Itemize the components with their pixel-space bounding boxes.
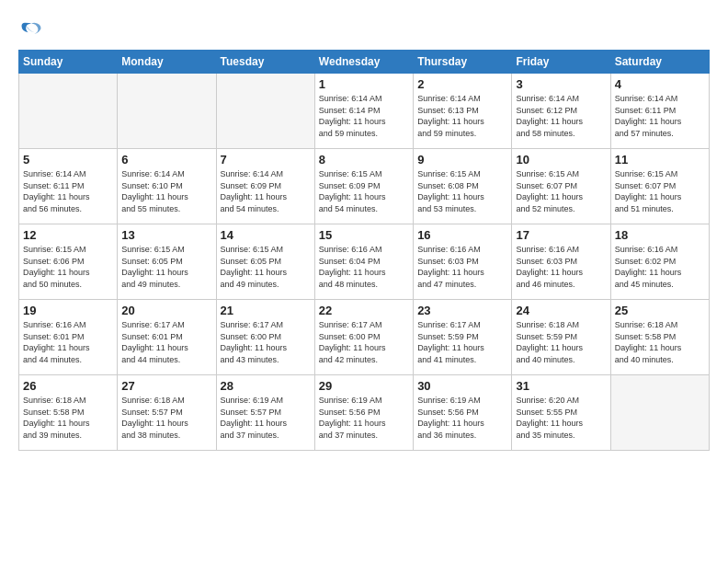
day-info: Sunrise: 6:15 AM Sunset: 6:06 PM Dayligh… [23, 244, 113, 290]
header [18, 15, 710, 40]
calendar-cell [610, 375, 709, 451]
day-number: 27 [121, 379, 211, 393]
day-info: Sunrise: 6:16 AM Sunset: 6:03 PM Dayligh… [516, 244, 606, 290]
calendar-cell: 14Sunrise: 6:15 AM Sunset: 6:05 PM Dayli… [216, 224, 314, 300]
day-info: Sunrise: 6:17 AM Sunset: 6:00 PM Dayligh… [221, 319, 311, 365]
day-number: 6 [121, 153, 211, 167]
day-number: 15 [319, 228, 409, 242]
calendar-cell: 12Sunrise: 6:15 AM Sunset: 6:06 PM Dayli… [19, 224, 118, 300]
day-number: 24 [516, 304, 606, 317]
day-number: 26 [23, 379, 113, 393]
day-info: Sunrise: 6:19 AM Sunset: 5:57 PM Dayligh… [221, 395, 311, 441]
day-info: Sunrise: 6:18 AM Sunset: 5:58 PM Dayligh… [23, 395, 113, 441]
calendar-cell: 23Sunrise: 6:17 AM Sunset: 5:59 PM Dayli… [414, 300, 512, 375]
day-number: 12 [23, 228, 113, 242]
day-info: Sunrise: 6:14 AM Sunset: 6:12 PM Dayligh… [516, 93, 606, 139]
day-number: 21 [221, 304, 311, 317]
calendar-cell: 8Sunrise: 6:15 AM Sunset: 6:09 PM Daylig… [314, 149, 413, 224]
day-info: Sunrise: 6:15 AM Sunset: 6:07 PM Dayligh… [516, 168, 606, 214]
calendar-cell: 16Sunrise: 6:16 AM Sunset: 6:03 PM Dayli… [414, 224, 512, 300]
day-number: 31 [516, 379, 606, 393]
calendar-cell: 17Sunrise: 6:16 AM Sunset: 6:03 PM Dayli… [512, 224, 610, 300]
day-info: Sunrise: 6:15 AM Sunset: 6:05 PM Dayligh… [221, 244, 311, 290]
calendar-cell: 3Sunrise: 6:14 AM Sunset: 6:12 PM Daylig… [512, 74, 610, 149]
day-number: 22 [319, 304, 409, 317]
logo-icon [18, 15, 44, 40]
day-number: 30 [417, 379, 507, 393]
calendar-cell: 13Sunrise: 6:15 AM Sunset: 6:05 PM Dayli… [118, 224, 216, 300]
day-info: Sunrise: 6:18 AM Sunset: 5:59 PM Dayligh… [516, 319, 606, 365]
calendar-header-monday: Monday [118, 51, 216, 74]
calendar-cell [118, 74, 216, 149]
calendar-cell: 24Sunrise: 6:18 AM Sunset: 5:59 PM Dayli… [512, 300, 610, 375]
calendar-cell: 22Sunrise: 6:17 AM Sunset: 6:00 PM Dayli… [314, 300, 413, 375]
calendar-week-4: 19Sunrise: 6:16 AM Sunset: 6:01 PM Dayli… [19, 300, 710, 375]
day-info: Sunrise: 6:16 AM Sunset: 6:03 PM Dayligh… [417, 244, 507, 290]
day-number: 18 [615, 228, 705, 242]
calendar-week-5: 26Sunrise: 6:18 AM Sunset: 5:58 PM Dayli… [19, 375, 710, 451]
day-info: Sunrise: 6:19 AM Sunset: 5:56 PM Dayligh… [417, 395, 507, 441]
calendar-header-friday: Friday [512, 51, 610, 74]
day-info: Sunrise: 6:14 AM Sunset: 6:11 PM Dayligh… [23, 168, 113, 214]
day-number: 20 [121, 304, 211, 317]
calendar-header-tuesday: Tuesday [216, 51, 314, 74]
day-number: 11 [615, 153, 705, 167]
day-info: Sunrise: 6:16 AM Sunset: 6:02 PM Dayligh… [615, 244, 705, 290]
calendar-cell: 30Sunrise: 6:19 AM Sunset: 5:56 PM Dayli… [414, 375, 512, 451]
day-info: Sunrise: 6:16 AM Sunset: 6:04 PM Dayligh… [319, 244, 409, 290]
day-info: Sunrise: 6:19 AM Sunset: 5:56 PM Dayligh… [319, 395, 409, 441]
calendar-cell: 6Sunrise: 6:14 AM Sunset: 6:10 PM Daylig… [118, 149, 216, 224]
day-info: Sunrise: 6:17 AM Sunset: 6:00 PM Dayligh… [319, 319, 409, 365]
calendar-cell [19, 74, 118, 149]
day-info: Sunrise: 6:14 AM Sunset: 6:10 PM Dayligh… [121, 168, 211, 214]
calendar-cell: 31Sunrise: 6:20 AM Sunset: 5:55 PM Dayli… [512, 375, 610, 451]
calendar-cell: 15Sunrise: 6:16 AM Sunset: 6:04 PM Dayli… [314, 224, 413, 300]
day-info: Sunrise: 6:15 AM Sunset: 6:07 PM Dayligh… [615, 168, 705, 214]
calendar-cell: 20Sunrise: 6:17 AM Sunset: 6:01 PM Dayli… [118, 300, 216, 375]
page: SundayMondayTuesdayWednesdayThursdayFrid… [0, 0, 728, 563]
calendar: SundayMondayTuesdayWednesdayThursdayFrid… [18, 50, 710, 451]
logo [18, 15, 50, 40]
day-info: Sunrise: 6:15 AM Sunset: 6:08 PM Dayligh… [417, 168, 507, 214]
calendar-header-sunday: Sunday [19, 51, 118, 74]
day-number: 7 [221, 153, 311, 167]
calendar-cell: 19Sunrise: 6:16 AM Sunset: 6:01 PM Dayli… [19, 300, 118, 375]
calendar-cell: 5Sunrise: 6:14 AM Sunset: 6:11 PM Daylig… [19, 149, 118, 224]
day-info: Sunrise: 6:18 AM Sunset: 5:58 PM Dayligh… [615, 319, 705, 365]
day-number: 17 [516, 228, 606, 242]
day-info: Sunrise: 6:15 AM Sunset: 6:05 PM Dayligh… [121, 244, 211, 290]
calendar-week-2: 5Sunrise: 6:14 AM Sunset: 6:11 PM Daylig… [19, 149, 710, 224]
calendar-week-3: 12Sunrise: 6:15 AM Sunset: 6:06 PM Dayli… [19, 224, 710, 300]
day-number: 23 [417, 304, 507, 317]
day-number: 2 [417, 77, 507, 91]
calendar-cell: 4Sunrise: 6:14 AM Sunset: 6:11 PM Daylig… [610, 74, 709, 149]
day-info: Sunrise: 6:20 AM Sunset: 5:55 PM Dayligh… [516, 395, 606, 441]
day-number: 10 [516, 153, 606, 167]
day-info: Sunrise: 6:14 AM Sunset: 6:14 PM Dayligh… [319, 93, 409, 139]
day-number: 9 [417, 153, 507, 167]
day-info: Sunrise: 6:15 AM Sunset: 6:09 PM Dayligh… [319, 168, 409, 214]
day-number: 28 [221, 379, 311, 393]
day-number: 8 [319, 153, 409, 167]
day-info: Sunrise: 6:14 AM Sunset: 6:09 PM Dayligh… [221, 168, 311, 214]
day-info: Sunrise: 6:17 AM Sunset: 5:59 PM Dayligh… [417, 319, 507, 365]
day-number: 25 [615, 304, 705, 317]
calendar-cell: 9Sunrise: 6:15 AM Sunset: 6:08 PM Daylig… [414, 149, 512, 224]
calendar-header-saturday: Saturday [610, 51, 709, 74]
calendar-cell: 10Sunrise: 6:15 AM Sunset: 6:07 PM Dayli… [512, 149, 610, 224]
calendar-header-thursday: Thursday [414, 51, 512, 74]
calendar-cell: 28Sunrise: 6:19 AM Sunset: 5:57 PM Dayli… [216, 375, 314, 451]
day-number: 19 [23, 304, 113, 317]
calendar-cell: 1Sunrise: 6:14 AM Sunset: 6:14 PM Daylig… [314, 74, 413, 149]
day-info: Sunrise: 6:14 AM Sunset: 6:13 PM Dayligh… [417, 93, 507, 139]
day-info: Sunrise: 6:17 AM Sunset: 6:01 PM Dayligh… [121, 319, 211, 365]
calendar-cell: 2Sunrise: 6:14 AM Sunset: 6:13 PM Daylig… [414, 74, 512, 149]
day-info: Sunrise: 6:18 AM Sunset: 5:57 PM Dayligh… [121, 395, 211, 441]
calendar-cell [216, 74, 314, 149]
day-number: 5 [23, 153, 113, 167]
day-number: 4 [615, 77, 705, 91]
calendar-cell: 27Sunrise: 6:18 AM Sunset: 5:57 PM Dayli… [118, 375, 216, 451]
calendar-cell: 25Sunrise: 6:18 AM Sunset: 5:58 PM Dayli… [610, 300, 709, 375]
calendar-header-wednesday: Wednesday [314, 51, 413, 74]
day-number: 3 [516, 77, 606, 91]
